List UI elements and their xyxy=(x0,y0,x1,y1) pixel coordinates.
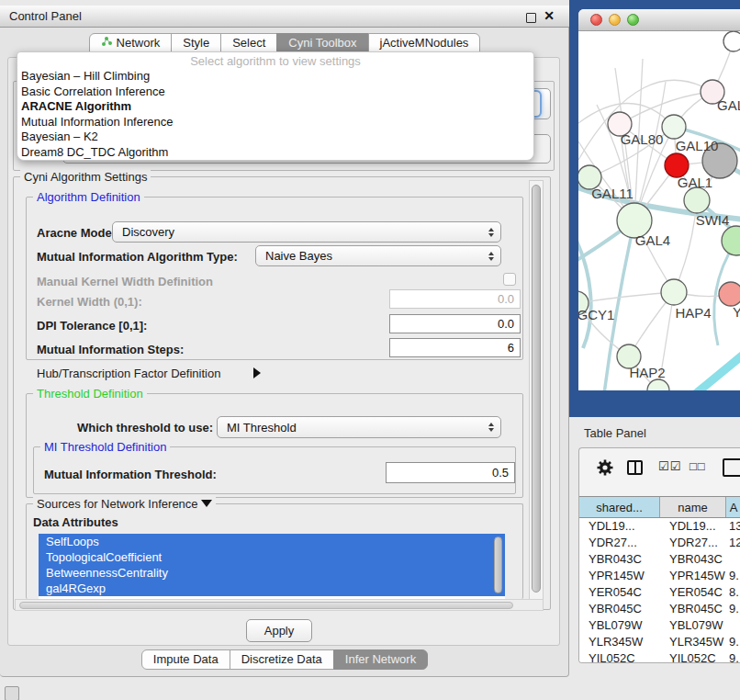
attribute-item[interactable]: TopologicalCoefficient xyxy=(39,549,505,565)
tab-jactivemnodules[interactable]: jActiveMNodules xyxy=(368,33,481,53)
hub-definition-label[interactable]: Hub/Transcription Factor Definition xyxy=(37,367,220,380)
control-panel-titlebar[interactable]: Control Panel ✕ xyxy=(0,6,569,28)
node-label-hap2: HAP2 xyxy=(629,365,665,380)
column-header-clipped[interactable]: A xyxy=(726,497,740,517)
minimize-traffic-icon[interactable] xyxy=(609,14,621,26)
dpi-tolerance-input[interactable]: 0.0 xyxy=(389,314,521,333)
which-threshold-select[interactable]: MI Threshold xyxy=(217,416,501,438)
node-label-gal4: GAL4 xyxy=(635,232,670,248)
tab-network[interactable]: Network xyxy=(89,33,173,53)
zoom-traffic-icon[interactable] xyxy=(627,14,639,26)
data-attributes-label: Data Attributes xyxy=(33,515,118,529)
algorithm-dropdown: Select algorithm to view settings Bayesi… xyxy=(17,51,534,161)
node-label-gal-clipped: GAL xyxy=(717,97,740,113)
control-panel-tabbar: Network Style Select Cyni Toolbox jActiv… xyxy=(0,33,569,53)
minimized-panel-icon[interactable] xyxy=(5,686,19,700)
table-panel-window: ☑☑ □□ shared... name A YDL19...YDL19...1… xyxy=(578,447,740,663)
threshold-definition-title: Threshold Definition xyxy=(33,387,147,401)
table-row[interactable]: YBR043CYBR043C xyxy=(579,551,740,568)
tab-impute-data[interactable]: Impute Data xyxy=(141,649,230,670)
close-icon[interactable]: ✕ xyxy=(544,8,555,23)
dropdown-item-bayesian-k2[interactable]: Bayesian – K2 xyxy=(17,130,533,145)
table-row[interactable]: YER054CYER054C8. xyxy=(579,584,740,601)
stepper-icon xyxy=(488,252,494,261)
column-header-name[interactable]: name xyxy=(660,497,726,517)
tab-style[interactable]: Style xyxy=(171,33,221,53)
stepper-icon xyxy=(488,423,494,432)
node-y-clipped[interactable] xyxy=(719,282,740,306)
close-traffic-icon[interactable] xyxy=(590,14,602,26)
table-row[interactable]: YBR045CYBR045C9. xyxy=(579,601,740,617)
mi-algorithm-type-select[interactable]: Naive Bayes xyxy=(255,245,501,266)
mi-threshold-label: Mutual Information Threshold: xyxy=(44,468,217,481)
apply-button[interactable]: Apply xyxy=(246,619,312,642)
algorithm-dropdown-placeholder: Select algorithm to view settings xyxy=(17,52,533,69)
dropdown-item-basic-correlation[interactable]: Basic Correlation Inference xyxy=(17,85,533,100)
node-swi4[interactable] xyxy=(722,226,740,255)
network-window-titlebar[interactable] xyxy=(578,9,740,31)
tab-cyni-toolbox[interactable]: Cyni Toolbox xyxy=(276,33,368,53)
sources-title[interactable]: Sources for Network Inference xyxy=(33,497,216,511)
dropdown-item-bayesian-hill-climbing[interactable]: Bayesian – Hill Climbing xyxy=(17,69,533,85)
attribute-item[interactable]: BetweennessCentrality xyxy=(39,565,505,581)
mi-steps-input[interactable]: 6 xyxy=(389,338,521,357)
table-row[interactable]: YPR145WYPR145W9. xyxy=(579,568,740,584)
settings-horizontal-scrollbar[interactable] xyxy=(15,599,544,611)
file-icon[interactable] xyxy=(723,458,740,477)
scrollbar-thumb[interactable] xyxy=(19,602,513,609)
float-panel-icon[interactable] xyxy=(526,13,536,23)
node-label-hap4: HAP4 xyxy=(675,305,711,321)
attribute-item[interactable]: SelfLoops xyxy=(39,534,505,549)
mi-threshold-input[interactable]: 0.5 xyxy=(386,462,515,483)
collapsed-arrow-icon[interactable] xyxy=(253,367,261,378)
settings-vertical-scrollbar[interactable] xyxy=(529,180,544,604)
aracne-mode-label: Aracne Mode: xyxy=(37,226,116,240)
screen: Control Panel ✕ Network Style Select Cyn… xyxy=(0,0,740,700)
table-panel-title: Table Panel xyxy=(584,426,646,440)
table-row[interactable]: YBL079WYBL079W xyxy=(579,617,740,634)
kernel-width-input[interactable]: 0.0 xyxy=(389,289,521,309)
table-row[interactable]: YDL19...YDL19...13 xyxy=(579,518,740,535)
node-label-gal80: GAL80 xyxy=(621,131,664,147)
dropdown-item-aracne[interactable]: ARACNE Algorithm xyxy=(17,99,533,115)
attribute-list-scrollbar[interactable] xyxy=(494,536,502,593)
table-row[interactable]: YIL052CYIL052C9. xyxy=(579,650,740,663)
scrollbar-thumb[interactable] xyxy=(532,185,541,593)
node-hap4[interactable] xyxy=(661,279,687,305)
node-unlabeled[interactable] xyxy=(723,31,740,51)
network-canvas[interactable]: GAL GAL80 GAL10 GAL1 GAL11 SWI4 GAL4 GCY… xyxy=(578,31,740,390)
column-header-shared-name[interactable]: shared... xyxy=(579,497,660,517)
attribute-item[interactable]: gal4RGexp xyxy=(39,581,505,596)
dropdown-item-dream8[interactable]: Dream8 DC_TDC Algorithm xyxy=(17,145,533,161)
control-panel-title: Control Panel xyxy=(9,9,82,23)
data-attributes-list[interactable]: SelfLoops TopologicalCoefficient Between… xyxy=(39,534,505,599)
cyni-settings-title: Cyni Algorithm Settings xyxy=(20,170,151,184)
node-label-gal10: GAL10 xyxy=(676,138,719,153)
cyni-bottom-tabbar: Impute Data Discretize Data Infer Networ… xyxy=(0,649,569,670)
expanded-arrow-icon[interactable] xyxy=(201,500,212,507)
node-label-gal11: GAL11 xyxy=(591,186,633,201)
column-view-icon[interactable] xyxy=(627,460,643,475)
table-row[interactable]: YLR345WYLR345W9. xyxy=(579,634,740,650)
table-header-row: shared... name A xyxy=(579,496,740,518)
node-gal1[interactable] xyxy=(684,187,710,213)
manual-kernel-checkbox[interactable] xyxy=(503,273,516,286)
attribute-table: shared... name A YDL19...YDL19...13 YDR2… xyxy=(579,496,740,663)
tab-discretize-data[interactable]: Discretize Data xyxy=(230,649,334,670)
tab-infer-network[interactable]: Infer Network xyxy=(333,649,428,670)
node-label-gal1: GAL1 xyxy=(678,175,712,190)
aracne-mode-select[interactable]: Discovery xyxy=(112,221,501,243)
dropdown-item-mutual-information[interactable]: Mutual Information Inference xyxy=(17,115,533,130)
mi-steps-label: Mutual Information Steps: xyxy=(37,343,184,356)
kernel-width-label: Kernel Width (0,1): xyxy=(37,295,142,309)
tab-select[interactable]: Select xyxy=(220,33,277,53)
unchecked-rows-icon[interactable]: □□ xyxy=(690,459,706,473)
table-row[interactable]: YDR27...YDR27...12 xyxy=(579,535,740,551)
checked-rows-icon[interactable]: ☑☑ xyxy=(658,459,681,473)
gear-icon[interactable] xyxy=(596,458,614,480)
node-gal10[interactable] xyxy=(662,115,686,139)
mi-threshold-title: MI Threshold Definition xyxy=(40,440,170,454)
node-unlabeled[interactable] xyxy=(647,379,669,390)
tab-network-label: Network xyxy=(117,33,161,53)
table-body[interactable]: YDL19...YDL19...13 YDR27...YDR27...12 YB… xyxy=(579,518,740,663)
